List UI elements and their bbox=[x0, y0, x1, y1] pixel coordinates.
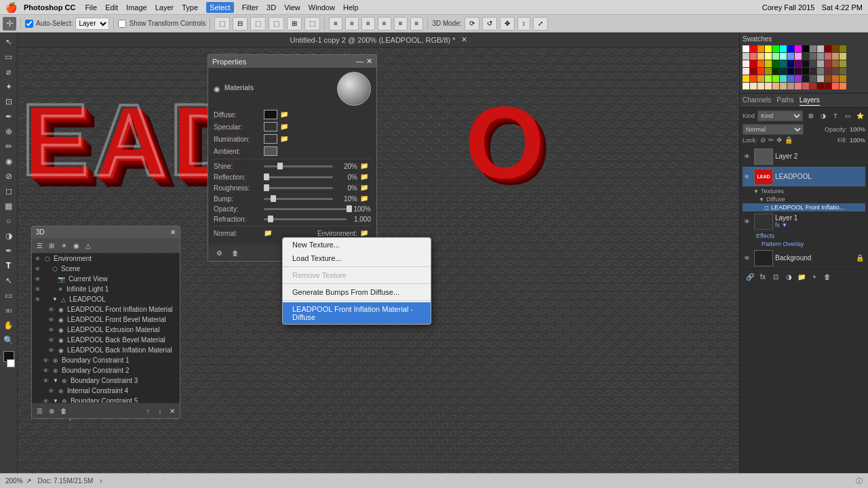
canvas-bg[interactable]: EAD EAD O 3D ✛ + ↕ 3D ✕ bbox=[18, 47, 739, 473]
swatch-color[interactable] bbox=[810, 68, 816, 75]
tool-type[interactable]: T bbox=[2, 259, 16, 272]
swatch-color[interactable] bbox=[743, 45, 749, 52]
expand-bc5[interactable]: ▼ bbox=[53, 398, 58, 403]
3d-scale-button[interactable]: ⤢ bbox=[533, 17, 548, 30]
swatch-color[interactable] bbox=[832, 60, 839, 67]
swatch-color[interactable] bbox=[802, 75, 809, 82]
swatch-color[interactable] bbox=[840, 83, 846, 89]
lock-all-icon[interactable]: 🔒 bbox=[785, 136, 793, 144]
swatch-color[interactable] bbox=[825, 83, 831, 89]
swatch-color[interactable] bbox=[765, 45, 772, 52]
swatch-color[interactable] bbox=[743, 60, 749, 67]
swatch-color[interactable] bbox=[787, 60, 794, 67]
eye-icon-environment[interactable]: 👁 bbox=[35, 256, 43, 262]
swatch-color[interactable] bbox=[743, 83, 749, 89]
eye-icon-light1[interactable]: 👁 bbox=[35, 286, 43, 293]
eye-icon-bc3[interactable]: 👁 bbox=[43, 378, 51, 384]
props-illumination-swatch[interactable] bbox=[264, 134, 277, 144]
props-shine-thumb[interactable] bbox=[277, 163, 283, 169]
scene-item-light1[interactable]: 👁 ☀ Infinite Light 1 bbox=[32, 284, 180, 294]
swatch-color[interactable] bbox=[817, 68, 824, 75]
swatch-color[interactable] bbox=[780, 60, 787, 67]
swatch-color[interactable] bbox=[810, 75, 816, 82]
swatch-color[interactable] bbox=[795, 75, 802, 82]
props-trash-icon[interactable]: 🗑 bbox=[230, 247, 241, 258]
swatch-color[interactable] bbox=[810, 45, 816, 52]
tool-eraser[interactable]: ◻ bbox=[2, 184, 16, 198]
eye-icon-leadpool[interactable]: 👁 bbox=[35, 296, 43, 303]
swatch-color[interactable] bbox=[825, 53, 831, 60]
props-roughness-thumb[interactable] bbox=[264, 184, 269, 191]
props-specular-swatch[interactable] bbox=[264, 122, 277, 131]
scene-item-bc3[interactable]: 👁 ▼ ⊕ Boundary Constraint 3 bbox=[32, 375, 180, 386]
tool-clone[interactable]: ◉ bbox=[2, 155, 16, 168]
auto-select-dropdown[interactable]: Layer Group bbox=[75, 18, 109, 30]
scene-grid-icon[interactable]: ⊞ bbox=[46, 240, 57, 251]
scene-add-new-icon[interactable]: ⊕ bbox=[46, 405, 57, 416]
3d-pan-button[interactable]: ✥ bbox=[500, 17, 515, 30]
scene-item-scene[interactable]: 👁 ⬡ Scene bbox=[32, 264, 180, 274]
tool-select[interactable]: ↖ bbox=[2, 35, 16, 49]
layer-eye-layer1[interactable]: 👁 bbox=[744, 218, 752, 225]
layer-item-layer1[interactable]: 👁 Layer 1 fx ▼ bbox=[743, 211, 865, 232]
layer-item-layer2[interactable]: 👁 Layer 2 bbox=[743, 146, 865, 167]
props-bump-folder[interactable]: 📁 bbox=[360, 195, 371, 203]
swatch-color[interactable] bbox=[743, 75, 749, 82]
swatch-color[interactable] bbox=[817, 75, 824, 82]
eye-icon-bc1[interactable]: 👁 bbox=[43, 357, 51, 364]
swatch-color[interactable] bbox=[757, 68, 764, 75]
props-opacity-thumb[interactable] bbox=[347, 205, 352, 212]
menu-image[interactable]: Image bbox=[126, 3, 147, 12]
swatch-color[interactable] bbox=[787, 45, 794, 52]
props-opacity-slider[interactable] bbox=[264, 208, 347, 210]
swatch-color[interactable] bbox=[832, 75, 839, 82]
scene-item-bc1[interactable]: 👁 ⊕ Boundary Constraint 1 bbox=[32, 355, 180, 365]
swatch-color[interactable] bbox=[787, 75, 794, 82]
tab-channels[interactable]: Channels bbox=[743, 95, 771, 106]
transform-controls-checkbox[interactable] bbox=[118, 20, 126, 28]
status-arrow[interactable]: › bbox=[100, 477, 102, 485]
eye-icon-view[interactable]: 👁 bbox=[35, 276, 43, 283]
distribute-center-v-button[interactable]: ≡ bbox=[394, 17, 408, 30]
swatch-color[interactable] bbox=[795, 45, 802, 52]
swatch-color[interactable] bbox=[757, 60, 764, 67]
swatch-color[interactable] bbox=[832, 68, 839, 75]
tool-shape[interactable]: ▭ bbox=[2, 289, 16, 302]
props-minimize-btn[interactable]: — bbox=[356, 57, 363, 66]
swatch-color[interactable] bbox=[795, 60, 802, 67]
scene-item-bc5[interactable]: 👁 ▼ ⊕ Boundary Constraint 5 bbox=[32, 396, 180, 403]
props-refraction-slider[interactable] bbox=[264, 218, 347, 220]
layer-item-background[interactable]: 👁 Background 🔒 bbox=[743, 248, 865, 268]
swatch-color[interactable] bbox=[802, 60, 809, 67]
layers-link-icon[interactable]: 🔗 bbox=[745, 271, 755, 282]
swatch-color[interactable] bbox=[765, 68, 772, 75]
layers-new-icon[interactable]: + bbox=[809, 271, 820, 282]
props-roughness-folder[interactable]: 📁 bbox=[360, 184, 371, 192]
scene-item-front-bevel[interactable]: 👁 ◉ LEADPOOL Front Bevel Material bbox=[32, 314, 180, 325]
props-close-btn[interactable]: ✕ bbox=[366, 57, 372, 66]
swatch-color[interactable] bbox=[750, 68, 757, 75]
props-ambient-swatch[interactable] bbox=[264, 146, 277, 156]
scene-item-bc2[interactable]: 👁 ⊕ Boundary Constraint 2 bbox=[32, 365, 180, 375]
eye-icon-bc5[interactable]: 👁 bbox=[43, 398, 51, 403]
tool-history[interactable]: ⊘ bbox=[2, 169, 16, 183]
swatch-color[interactable] bbox=[840, 68, 846, 75]
layer-eye-background[interactable]: 👁 bbox=[744, 255, 752, 262]
layers-kind-select[interactable]: Kind bbox=[757, 110, 803, 121]
eye-icon-ic4[interactable]: 👁 bbox=[48, 388, 56, 394]
tool-magic-wand[interactable]: ✦ bbox=[2, 80, 16, 94]
swatch-color[interactable] bbox=[832, 83, 839, 89]
layer-sub-leadpool-texture[interactable]: ◻ LEADPOOL Front Inflatio... bbox=[743, 203, 865, 211]
props-diffuse-folder[interactable]: 📁 bbox=[280, 110, 291, 119]
tool-eyedropper[interactable]: ✒ bbox=[2, 110, 16, 123]
tool-brush[interactable]: ✏ bbox=[2, 140, 16, 153]
swatch-color[interactable] bbox=[765, 83, 772, 89]
ctx-generate-bumps[interactable]: Generate Bumps From Diffuse... bbox=[283, 285, 431, 299]
swatch-color[interactable] bbox=[757, 75, 764, 82]
swatch-color[interactable] bbox=[765, 60, 772, 67]
tool-healing[interactable]: ⊕ bbox=[2, 125, 16, 138]
eye-icon-scene[interactable]: 👁 bbox=[35, 266, 43, 272]
menu-filter[interactable]: Filter bbox=[242, 3, 258, 12]
swatch-color[interactable] bbox=[817, 45, 824, 52]
swatch-color[interactable] bbox=[757, 45, 764, 52]
